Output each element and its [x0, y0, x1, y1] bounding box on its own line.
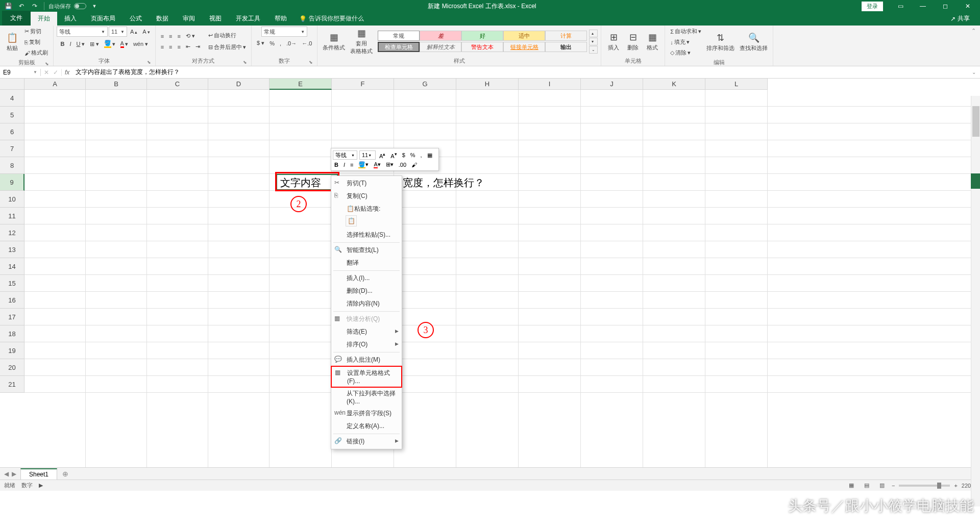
tab-layout[interactable]: 页面布局 — [84, 12, 122, 26]
style-calc[interactable]: 计算 — [545, 31, 587, 41]
row-header-14[interactable]: 14 — [0, 258, 24, 275]
macro-record-icon[interactable]: ▶ — [39, 482, 43, 489]
collapse-ribbon-icon[interactable]: ⌃ — [967, 26, 980, 66]
mini-font-color[interactable]: A▾ — [372, 161, 382, 168]
ctx-paste-opt-1[interactable]: 📋 — [346, 215, 357, 226]
save-icon[interactable]: 💾 — [3, 1, 13, 11]
comma-button[interactable]: , — [278, 39, 283, 47]
ctx-show-pinyin[interactable]: wén显示拼音字段(S) — [331, 407, 402, 420]
align-top-button[interactable]: ≡ — [159, 32, 166, 40]
zoom-in-button[interactable]: + — [954, 483, 957, 489]
style-bad[interactable]: 差 — [420, 31, 461, 41]
row-header-18[interactable]: 18 — [0, 325, 24, 342]
col-header-B[interactable]: B — [86, 79, 147, 90]
name-box[interactable]: E9▼ — [0, 69, 41, 76]
zoom-slider[interactable] — [899, 485, 950, 487]
row-header-6[interactable]: 6 — [0, 123, 24, 140]
mini-percent[interactable]: % — [409, 152, 417, 159]
autosum-button[interactable]: Σ自动求和 ▾ — [668, 27, 703, 36]
ctx-insert-comment[interactable]: 💬插入批注(M) — [331, 354, 402, 366]
ctx-sort[interactable]: 排序(O)▶ — [331, 338, 402, 351]
ctx-paste-special[interactable]: 选择性粘贴(S)... — [331, 229, 402, 241]
col-header-E[interactable]: E — [270, 79, 332, 90]
align-right-button[interactable]: ≡ — [176, 43, 183, 51]
mini-shrink-font[interactable]: A▾ — [389, 150, 398, 160]
row-header-17[interactable]: 17 — [0, 309, 24, 325]
indent-inc-button[interactable]: ⇥ — [193, 42, 202, 51]
col-header-K[interactable]: K — [643, 79, 705, 90]
mini-fill-color[interactable]: 🪣▾ — [357, 161, 370, 168]
insert-cells-button[interactable]: ⊞插入 — [604, 31, 623, 53]
ctx-translate[interactable]: 翻译 — [331, 257, 402, 269]
grow-font-button[interactable]: A▴ — [128, 28, 139, 36]
border-button[interactable]: ⊞ ▾ — [88, 40, 101, 48]
mini-bold[interactable]: B — [333, 161, 340, 168]
row-header-5[interactable]: 5 — [0, 107, 24, 123]
style-warn[interactable]: 警告文本 — [461, 42, 503, 52]
row-header-7[interactable]: 7 — [0, 140, 24, 157]
dec-decimal-button[interactable]: ←.0 — [300, 39, 314, 47]
align-bottom-button[interactable]: ≡ — [176, 32, 183, 40]
col-header-L[interactable]: L — [705, 79, 768, 90]
mini-comma[interactable]: , — [419, 152, 424, 159]
redo-icon[interactable]: ↷ — [30, 1, 40, 11]
login-button[interactable]: 登录 — [862, 2, 883, 11]
number-launcher[interactable]: ⬊ — [309, 60, 313, 65]
styles-scroll-down[interactable]: ▾ — [589, 38, 598, 45]
accept-formula-icon[interactable]: ✓ — [53, 69, 58, 76]
style-check[interactable]: 检查单元格 — [378, 42, 420, 52]
tab-insert[interactable]: 插入 — [57, 12, 84, 26]
sheet-nav-next[interactable]: ▶ — [12, 470, 16, 477]
col-header-I[interactable]: I — [519, 79, 581, 90]
view-page-layout-button[interactable]: ▤ — [861, 481, 872, 490]
copy-button[interactable]: ⎘复制 — [22, 37, 50, 47]
delete-cells-button[interactable]: ⊟删除 — [624, 31, 642, 53]
bold-button[interactable]: B — [59, 40, 67, 48]
wrap-text-button[interactable]: ↩自动换行 — [206, 31, 248, 40]
align-left-button[interactable]: ≡ — [159, 43, 166, 51]
ctx-filter[interactable]: 筛选(E)▶ — [331, 325, 402, 338]
tab-data[interactable]: 数据 — [149, 12, 176, 26]
style-explan[interactable]: 解释性文本 — [420, 42, 461, 52]
view-page-break-button[interactable]: ▥ — [876, 481, 888, 490]
tab-dev[interactable]: 开发工具 — [229, 12, 267, 26]
mini-grow-font[interactable]: A▴ — [378, 150, 387, 160]
col-header-G[interactable]: G — [394, 79, 456, 90]
ctx-link[interactable]: 🔗链接(I)▶ — [331, 435, 402, 448]
styles-more[interactable]: ⌄ — [589, 46, 598, 54]
format-as-table-button[interactable]: ▦套用 表格格式 — [348, 27, 375, 56]
col-header-D[interactable]: D — [208, 79, 270, 90]
mini-italic[interactable]: I — [342, 161, 347, 168]
ctx-insert[interactable]: 插入(I)... — [331, 272, 402, 285]
fill-color-button[interactable]: 🪣 ▾ — [102, 39, 117, 49]
sheet-tab-1[interactable]: Sheet1 — [20, 468, 57, 479]
percent-button[interactable]: % — [267, 39, 277, 47]
number-format-select[interactable]: 常规▼ — [261, 27, 307, 37]
row-header-9[interactable]: 9 — [0, 174, 24, 191]
expand-formula-icon[interactable]: ⌄ — [968, 69, 980, 75]
sheet-nav-prev[interactable]: ◀ — [4, 470, 9, 477]
orientation-button[interactable]: ⟲ ▾ — [184, 32, 197, 40]
clipboard-launcher[interactable]: ⬊ — [45, 61, 49, 66]
cell-grid[interactable]: 文字内容 宽度，怎样换行？ 2 3 等线▼ 11▼ A▴ A▾ $ % , ▦ … — [24, 90, 980, 467]
align-middle-button[interactable]: ≡ — [167, 32, 174, 40]
format-painter-button[interactable]: 🖌格式刷 — [22, 48, 50, 58]
view-normal-button[interactable]: ▦ — [846, 481, 857, 490]
row-header-20[interactable]: 20 — [0, 359, 24, 376]
style-good[interactable]: 好 — [461, 31, 503, 41]
zoom-out-button[interactable]: − — [892, 483, 895, 489]
row-header-21[interactable]: 21 — [0, 376, 24, 393]
underline-button[interactable]: U ▾ — [75, 40, 87, 48]
tab-review[interactable]: 审阅 — [176, 12, 202, 26]
mini-currency[interactable]: $ — [401, 152, 407, 159]
fx-icon[interactable]: fx — [62, 69, 72, 76]
ctx-delete[interactable]: 删除(D)... — [331, 285, 402, 297]
tab-formulas[interactable]: 公式 — [122, 12, 149, 26]
paste-button[interactable]: 📋 粘贴 — [3, 31, 21, 53]
italic-button[interactable]: I — [67, 40, 73, 48]
font-size-select[interactable]: 11▼ — [109, 27, 127, 37]
find-select-button[interactable]: 🔍查找和选择 — [738, 31, 770, 53]
style-normal[interactable]: 常规 — [378, 31, 420, 41]
style-output[interactable]: 输出 — [545, 42, 587, 52]
phonetic-button[interactable]: wén ▾ — [131, 40, 150, 48]
